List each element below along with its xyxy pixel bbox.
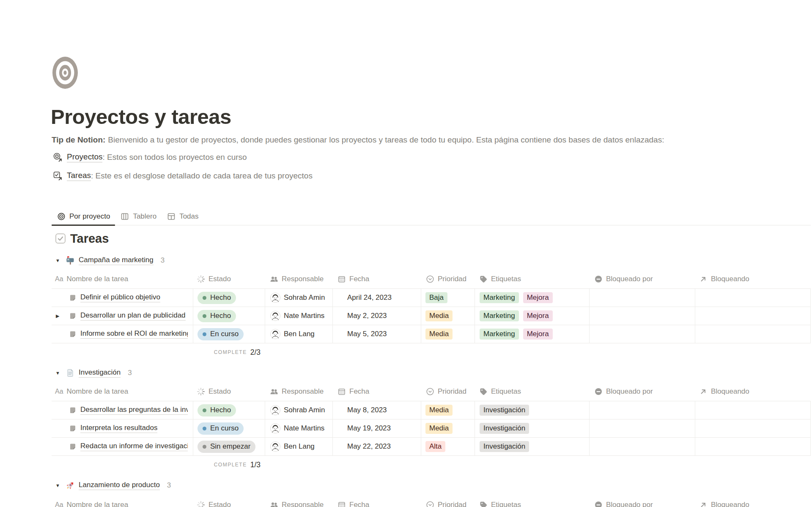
column-header-fecha[interactable]: Fecha: [332, 496, 421, 507]
blocking-cell[interactable]: [695, 325, 811, 343]
tags-cell[interactable]: Marketing Mejora: [475, 325, 589, 343]
priority-cell[interactable]: Media: [421, 325, 475, 343]
column-header-bloqueando[interactable]: Bloqueando: [695, 270, 811, 288]
tab-todas[interactable]: Todas: [162, 208, 203, 225]
group-title[interactable]: Investigación: [79, 368, 121, 378]
column-header-etiquetas[interactable]: Etiquetas: [475, 496, 589, 507]
date-cell[interactable]: April 24, 2023: [332, 289, 421, 307]
column-header-bloqueando[interactable]: Bloqueando: [695, 496, 811, 507]
status-cell[interactable]: Hecho: [193, 289, 265, 307]
task-name[interactable]: Redacta un informe de investigación: [80, 442, 188, 451]
task-name[interactable]: Desarrollar un plan de publicidad: [80, 311, 186, 321]
column-header-fecha[interactable]: Fecha: [332, 270, 421, 288]
column-header-bloqueando[interactable]: Bloqueando: [695, 382, 811, 401]
date-cell[interactable]: May 5, 2023: [332, 325, 421, 343]
column-header-fecha[interactable]: Fecha: [332, 382, 421, 401]
blocked-circle-icon: [594, 387, 603, 396]
tags-cell[interactable]: Investigación: [475, 419, 589, 437]
blocking-cell[interactable]: [695, 438, 811, 455]
column-header-bloqueado-por[interactable]: Bloqueado por: [589, 496, 695, 507]
group-collapse-icon[interactable]: ▼: [55, 483, 62, 488]
column-header-nombre[interactable]: Aa Nombre de la tarea: [52, 382, 193, 401]
task-name[interactable]: Definir el público objetivo: [80, 293, 160, 302]
assignee-cell[interactable]: Sohrab Amin: [265, 289, 332, 307]
blocking-cell[interactable]: [695, 307, 811, 325]
task-name-cell[interactable]: Informe sobre el ROI de marketing: [52, 325, 193, 343]
assignee-cell[interactable]: Nate Martins: [265, 307, 332, 325]
tab-tablero[interactable]: Tablero: [115, 208, 162, 225]
column-header-estado[interactable]: Estado: [193, 382, 265, 401]
status-cell[interactable]: Hecho: [193, 401, 265, 419]
column-header-prioridad[interactable]: Prioridad: [421, 496, 475, 507]
blocked-by-cell[interactable]: [589, 307, 695, 325]
column-header-responsable[interactable]: Responsable: [265, 382, 332, 401]
blocked-by-cell[interactable]: [589, 289, 695, 307]
column-header-bloqueado-por[interactable]: Bloqueado por: [589, 382, 695, 401]
status-cell[interactable]: En curso: [193, 325, 265, 343]
blocked-by-cell[interactable]: [589, 419, 695, 437]
status-label: Hecho: [210, 293, 231, 302]
blocked-by-cell[interactable]: [589, 325, 695, 343]
column-label: Estado: [208, 275, 231, 283]
column-header-estado[interactable]: Estado: [193, 270, 265, 288]
tags-cell[interactable]: Marketing Mejora: [475, 307, 589, 325]
column-header-prioridad[interactable]: Prioridad: [421, 270, 475, 288]
link-tareas[interactable]: Tareas: [67, 171, 91, 181]
tags-cell[interactable]: Investigación: [475, 438, 589, 455]
column-header-prioridad[interactable]: Prioridad: [421, 382, 475, 401]
blocked-by-cell[interactable]: [589, 401, 695, 419]
date-cell[interactable]: May 2, 2023: [332, 307, 421, 325]
task-name[interactable]: Interpreta los resultados: [80, 424, 157, 433]
column-label: Nombre de la tarea: [67, 501, 129, 507]
priority-cell[interactable]: Alta: [421, 438, 475, 455]
priority-cell[interactable]: Baja: [421, 289, 475, 307]
priority-cell[interactable]: Media: [421, 401, 475, 419]
task-name[interactable]: Desarrollar las preguntas de la investig…: [80, 406, 188, 415]
blocking-cell[interactable]: [695, 401, 811, 419]
date-cell[interactable]: May 19, 2023: [332, 419, 421, 437]
assignee-cell[interactable]: Ben Lang: [265, 325, 332, 343]
blocking-cell[interactable]: [695, 419, 811, 437]
task-name-cell[interactable]: Definir el público objetivo: [52, 289, 193, 307]
status-cell[interactable]: Sin empezar: [193, 438, 265, 455]
assignee-cell[interactable]: Ben Lang: [265, 438, 332, 455]
row-expand-icon[interactable]: ▶: [56, 313, 59, 319]
task-name-cell[interactable]: ▶ Desarrollar un plan de publicidad: [52, 307, 193, 325]
page-icon-bullseye[interactable]: [52, 56, 79, 90]
column-header-responsable[interactable]: Responsable: [265, 496, 332, 507]
task-name-cell[interactable]: Redacta un informe de investigación: [52, 438, 193, 455]
status-complete-calc[interactable]: COMPLETE 1/3: [193, 456, 265, 474]
link-proyectos[interactable]: Proyectos: [67, 152, 102, 162]
tags-cell[interactable]: Marketing Mejora: [475, 289, 589, 307]
task-name-cell[interactable]: Interpreta los resultados: [52, 419, 193, 437]
status-cell[interactable]: En curso: [193, 419, 265, 437]
task-name-cell[interactable]: Desarrollar las preguntas de la investig…: [52, 401, 193, 419]
column-label: Etiquetas: [491, 387, 521, 396]
column-header-bloqueado-por[interactable]: Bloqueado por: [589, 270, 695, 288]
date-cell[interactable]: May 22, 2023: [332, 438, 421, 455]
page-doc-icon: [69, 293, 77, 302]
group-title[interactable]: Lanzamiento de producto: [79, 481, 160, 490]
column-header-estado[interactable]: Estado: [193, 496, 265, 507]
column-header-nombre[interactable]: Aa Nombre de la tarea: [52, 270, 193, 288]
priority-cell[interactable]: Media: [421, 307, 475, 325]
date-cell[interactable]: May 8, 2023: [332, 401, 421, 419]
group-collapse-icon[interactable]: ▼: [55, 370, 62, 375]
database-title[interactable]: Tareas: [70, 232, 109, 246]
assignee-cell[interactable]: Nate Martins: [265, 419, 332, 437]
task-name[interactable]: Informe sobre el ROI de marketing: [80, 329, 188, 339]
group-collapse-icon[interactable]: ▼: [55, 258, 62, 263]
status-complete-calc[interactable]: COMPLETE 2/3: [193, 343, 265, 361]
priority-cell[interactable]: Media: [421, 419, 475, 437]
tab-por-proyecto[interactable]: Por proyecto: [52, 208, 115, 225]
column-header-etiquetas[interactable]: Etiquetas: [475, 270, 589, 288]
column-header-etiquetas[interactable]: Etiquetas: [475, 382, 589, 401]
blocking-cell[interactable]: [695, 289, 811, 307]
column-header-nombre[interactable]: Aa Nombre de la tarea: [52, 496, 193, 507]
column-header-responsable[interactable]: Responsable: [265, 270, 332, 288]
group-title[interactable]: Campaña de marketing: [79, 256, 154, 265]
tags-cell[interactable]: Investigación: [475, 401, 589, 419]
status-cell[interactable]: Hecho: [193, 307, 265, 325]
blocked-by-cell[interactable]: [589, 438, 695, 455]
assignee-cell[interactable]: Sohrab Amin: [265, 401, 332, 419]
